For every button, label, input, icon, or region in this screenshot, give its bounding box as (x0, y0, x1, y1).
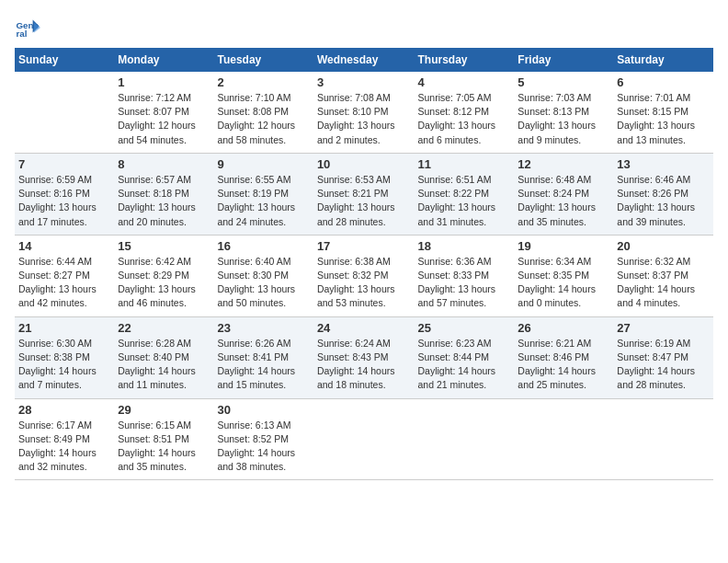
calendar-cell: 2Sunrise: 7:10 AM Sunset: 8:08 PM Daylig… (213, 72, 313, 153)
day-number: 26 (518, 321, 609, 335)
weekday-header: Wednesday (313, 48, 415, 72)
day-info: Sunrise: 7:05 AM Sunset: 8:12 PM Dayligh… (417, 91, 510, 147)
day-info: Sunrise: 6:32 AM Sunset: 8:37 PM Dayligh… (617, 255, 710, 311)
day-info: Sunrise: 6:21 AM Sunset: 8:46 PM Dayligh… (518, 337, 609, 393)
day-number: 21 (18, 321, 110, 335)
calendar-cell: 29Sunrise: 6:15 AM Sunset: 8:51 PM Dayli… (114, 398, 213, 480)
calendar-cell: 1Sunrise: 7:12 AM Sunset: 8:07 PM Daylig… (114, 72, 213, 153)
calendar-cell: 19Sunrise: 6:34 AM Sunset: 8:35 PM Dayli… (514, 235, 613, 316)
day-number: 13 (617, 157, 710, 171)
day-info: Sunrise: 6:24 AM Sunset: 8:43 PM Dayligh… (317, 337, 411, 393)
calendar-header: SundayMondayTuesdayWednesdayThursdayFrid… (15, 48, 713, 72)
day-number: 12 (518, 157, 609, 171)
day-number: 25 (417, 321, 510, 335)
weekday-header: Saturday (613, 48, 713, 72)
day-number: 2 (217, 75, 309, 89)
day-number: 20 (617, 239, 710, 253)
day-number: 14 (18, 239, 110, 253)
day-info: Sunrise: 7:01 AM Sunset: 8:15 PM Dayligh… (617, 91, 710, 147)
day-info: Sunrise: 7:12 AM Sunset: 8:07 PM Dayligh… (118, 91, 210, 147)
day-info: Sunrise: 6:38 AM Sunset: 8:32 PM Dayligh… (317, 255, 411, 311)
weekday-header: Monday (114, 48, 213, 72)
calendar-cell: 10Sunrise: 6:53 AM Sunset: 8:21 PM Dayli… (313, 153, 415, 235)
day-number: 15 (118, 239, 210, 253)
day-number: 17 (317, 239, 411, 253)
calendar-cell: 26Sunrise: 6:21 AM Sunset: 8:46 PM Dayli… (514, 316, 613, 398)
day-number: 10 (317, 157, 411, 171)
calendar-body: 1Sunrise: 7:12 AM Sunset: 8:07 PM Daylig… (15, 72, 713, 480)
week-row: 21Sunrise: 6:30 AM Sunset: 8:38 PM Dayli… (15, 316, 713, 398)
day-info: Sunrise: 6:42 AM Sunset: 8:29 PM Dayligh… (118, 255, 210, 311)
calendar-cell (514, 398, 613, 480)
day-info: Sunrise: 6:26 AM Sunset: 8:41 PM Dayligh… (217, 337, 309, 393)
week-row: 14Sunrise: 6:44 AM Sunset: 8:27 PM Dayli… (15, 235, 713, 316)
weekday-row: SundayMondayTuesdayWednesdayThursdayFrid… (15, 48, 713, 72)
calendar-cell: 28Sunrise: 6:17 AM Sunset: 8:49 PM Dayli… (15, 398, 114, 480)
weekday-header: Tuesday (213, 48, 313, 72)
day-info: Sunrise: 6:34 AM Sunset: 8:35 PM Dayligh… (518, 255, 609, 311)
calendar-cell: 4Sunrise: 7:05 AM Sunset: 8:12 PM Daylig… (414, 72, 514, 153)
day-info: Sunrise: 7:08 AM Sunset: 8:10 PM Dayligh… (317, 91, 411, 147)
calendar-cell: 22Sunrise: 6:28 AM Sunset: 8:40 PM Dayli… (114, 316, 213, 398)
calendar-cell: 27Sunrise: 6:19 AM Sunset: 8:47 PM Dayli… (613, 316, 713, 398)
calendar-cell: 20Sunrise: 6:32 AM Sunset: 8:37 PM Dayli… (613, 235, 713, 316)
day-number: 4 (417, 75, 510, 89)
day-number: 5 (518, 75, 609, 89)
day-info: Sunrise: 6:51 AM Sunset: 8:22 PM Dayligh… (417, 173, 510, 229)
calendar-cell (414, 398, 514, 480)
logo-icon: Gene ral (15, 15, 40, 40)
calendar-cell: 6Sunrise: 7:01 AM Sunset: 8:15 PM Daylig… (613, 72, 713, 153)
day-info: Sunrise: 6:19 AM Sunset: 8:47 PM Dayligh… (617, 337, 710, 393)
day-number: 7 (18, 157, 110, 171)
calendar-cell: 15Sunrise: 6:42 AM Sunset: 8:29 PM Dayli… (114, 235, 213, 316)
day-info: Sunrise: 6:28 AM Sunset: 8:40 PM Dayligh… (118, 337, 210, 393)
day-info: Sunrise: 6:48 AM Sunset: 8:24 PM Dayligh… (518, 173, 609, 229)
day-number: 9 (217, 157, 309, 171)
calendar-cell: 23Sunrise: 6:26 AM Sunset: 8:41 PM Dayli… (213, 316, 313, 398)
page-header: Gene ral (15, 15, 713, 40)
calendar-cell: 9Sunrise: 6:55 AM Sunset: 8:19 PM Daylig… (213, 153, 313, 235)
day-info: Sunrise: 6:57 AM Sunset: 8:18 PM Dayligh… (118, 173, 210, 229)
calendar-cell (613, 398, 713, 480)
day-info: Sunrise: 6:55 AM Sunset: 8:19 PM Dayligh… (217, 173, 309, 229)
day-number: 3 (317, 75, 411, 89)
day-info: Sunrise: 6:36 AM Sunset: 8:33 PM Dayligh… (417, 255, 510, 311)
day-info: Sunrise: 7:03 AM Sunset: 8:13 PM Dayligh… (518, 91, 609, 147)
calendar-cell: 3Sunrise: 7:08 AM Sunset: 8:10 PM Daylig… (313, 72, 415, 153)
calendar-cell (15, 72, 114, 153)
day-number: 22 (118, 321, 210, 335)
calendar-cell: 16Sunrise: 6:40 AM Sunset: 8:30 PM Dayli… (213, 235, 313, 316)
calendar-cell: 11Sunrise: 6:51 AM Sunset: 8:22 PM Dayli… (414, 153, 514, 235)
calendar-cell: 30Sunrise: 6:13 AM Sunset: 8:52 PM Dayli… (213, 398, 313, 480)
day-number: 28 (18, 403, 110, 417)
weekday-header: Thursday (414, 48, 514, 72)
calendar-cell: 14Sunrise: 6:44 AM Sunset: 8:27 PM Dayli… (15, 235, 114, 316)
day-info: Sunrise: 6:40 AM Sunset: 8:30 PM Dayligh… (217, 255, 309, 311)
day-number: 30 (217, 403, 309, 417)
calendar-cell: 25Sunrise: 6:23 AM Sunset: 8:44 PM Dayli… (414, 316, 514, 398)
calendar-cell: 13Sunrise: 6:46 AM Sunset: 8:26 PM Dayli… (613, 153, 713, 235)
calendar-cell: 7Sunrise: 6:59 AM Sunset: 8:16 PM Daylig… (15, 153, 114, 235)
weekday-header: Friday (514, 48, 613, 72)
day-info: Sunrise: 6:44 AM Sunset: 8:27 PM Dayligh… (18, 255, 110, 311)
svg-text:ral: ral (16, 29, 27, 39)
day-number: 6 (617, 75, 710, 89)
day-info: Sunrise: 6:23 AM Sunset: 8:44 PM Dayligh… (417, 337, 510, 393)
calendar-cell: 12Sunrise: 6:48 AM Sunset: 8:24 PM Dayli… (514, 153, 613, 235)
logo: Gene ral (15, 15, 44, 40)
calendar-cell: 5Sunrise: 7:03 AM Sunset: 8:13 PM Daylig… (514, 72, 613, 153)
calendar-cell: 24Sunrise: 6:24 AM Sunset: 8:43 PM Dayli… (313, 316, 415, 398)
day-info: Sunrise: 6:53 AM Sunset: 8:21 PM Dayligh… (317, 173, 411, 229)
day-info: Sunrise: 6:13 AM Sunset: 8:52 PM Dayligh… (217, 419, 309, 475)
day-info: Sunrise: 6:46 AM Sunset: 8:26 PM Dayligh… (617, 173, 710, 229)
day-number: 27 (617, 321, 710, 335)
week-row: 7Sunrise: 6:59 AM Sunset: 8:16 PM Daylig… (15, 153, 713, 235)
day-info: Sunrise: 6:30 AM Sunset: 8:38 PM Dayligh… (18, 337, 110, 393)
day-number: 8 (118, 157, 210, 171)
day-info: Sunrise: 6:15 AM Sunset: 8:51 PM Dayligh… (118, 419, 210, 475)
day-info: Sunrise: 7:10 AM Sunset: 8:08 PM Dayligh… (217, 91, 309, 147)
day-info: Sunrise: 6:17 AM Sunset: 8:49 PM Dayligh… (18, 419, 110, 475)
day-number: 23 (217, 321, 309, 335)
calendar-table: SundayMondayTuesdayWednesdayThursdayFrid… (15, 48, 713, 480)
weekday-header: Sunday (15, 48, 114, 72)
